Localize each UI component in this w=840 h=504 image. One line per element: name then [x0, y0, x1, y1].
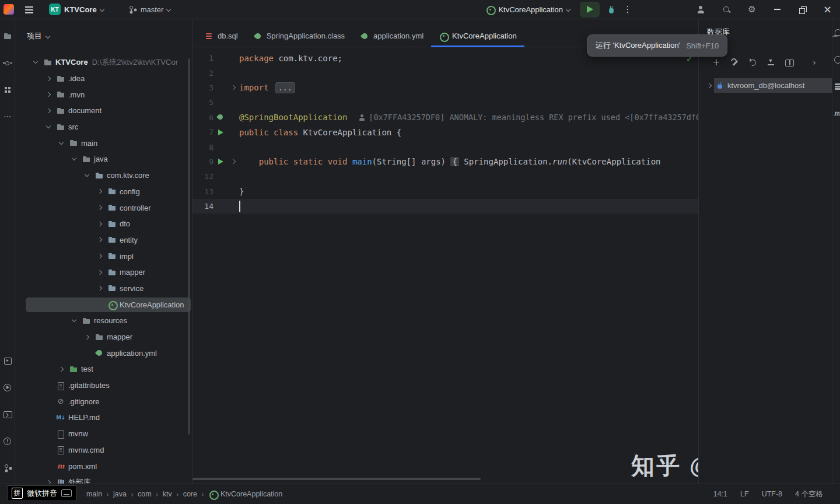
tree-item-resources[interactable]: resources	[15, 313, 192, 329]
code-line-9[interactable]: 9 public static void main(String[] args)…	[192, 155, 698, 169]
database-connection-row[interactable]: ktvroom_db@localhost	[699, 78, 832, 93]
rail-button-structure[interactable]	[0, 76, 15, 103]
refresh-icon[interactable]	[748, 58, 757, 67]
line-number[interactable]: 1	[192, 54, 214, 62]
chevron-right-icon[interactable]	[705, 81, 714, 90]
breadcrumb-KtvCoreApplication[interactable]: KtvCoreApplication	[208, 489, 282, 499]
chevron-right-icon[interactable]	[57, 365, 66, 374]
line-number[interactable]: 9	[192, 158, 214, 166]
chevron-down-icon[interactable]	[82, 171, 92, 180]
editor-horizontal-scrollbar[interactable]	[192, 478, 481, 480]
tree-item-impl[interactable]: impl	[15, 248, 192, 264]
line-number[interactable]: 2	[192, 69, 214, 78]
status-line-separator[interactable]: LF	[734, 490, 755, 498]
line-number[interactable]: 12	[192, 172, 214, 181]
code-line-6[interactable]: 6@SpringBootApplication [0x7FFA43257DF0]…	[192, 110, 698, 125]
breadcrumb-com[interactable]: com	[138, 490, 152, 498]
main-menu-icon[interactable]	[24, 5, 34, 14]
rail-button-problems[interactable]	[0, 428, 15, 454]
tree-item-.gitattributes[interactable]: .gitattributes	[15, 377, 192, 394]
rail-button-more[interactable]: ⋯	[0, 103, 15, 130]
code-line-3[interactable]: 3import ...	[192, 80, 698, 95]
vcs-widget[interactable]: master	[124, 2, 175, 17]
chevron-right-icon[interactable]	[44, 74, 53, 83]
tree-item-外部库[interactable]: 外部库	[15, 474, 192, 484]
tab-db.sql[interactable]: db.sql	[197, 25, 246, 47]
rail-button-services[interactable]	[0, 347, 15, 374]
code-line-14[interactable]: 14	[192, 199, 698, 214]
chevron-right-icon[interactable]	[44, 106, 53, 116]
code-line-8[interactable]: 8	[192, 139, 698, 154]
code-line-12[interactable]: 12	[192, 169, 698, 184]
run-gutter-icon[interactable]	[214, 130, 228, 135]
breadcrumb-ktv[interactable]: ktv	[163, 490, 172, 498]
database-connection[interactable]: ktvroom_db@localhost	[714, 78, 832, 93]
tree-item-.mvn[interactable]: .mvn	[15, 86, 192, 103]
tree-item-main[interactable]: main	[15, 135, 192, 151]
right-rail-button-database[interactable]	[832, 73, 840, 100]
chevron-right-icon[interactable]	[44, 478, 53, 484]
chevron-right-icon[interactable]	[95, 268, 104, 277]
code-area[interactable]: 1package com.ktv.core;23import ...56@Spr…	[192, 47, 698, 484]
add-icon[interactable]: +	[712, 58, 721, 67]
right-rail-button-ai-assistant[interactable]	[832, 46, 840, 73]
more-actions-icon[interactable]: ⋮	[623, 4, 632, 15]
minimize-button[interactable]	[765, 0, 790, 19]
tab-KtvCoreApplication[interactable]: KtvCoreApplication	[431, 25, 524, 47]
keyboard-icon[interactable]	[61, 489, 72, 497]
rail-button-run[interactable]	[0, 374, 15, 401]
chevron-right-icon[interactable]	[95, 219, 104, 229]
rail-button-version-control[interactable]	[0, 454, 15, 481]
right-rail-button-notifications-bell[interactable]	[832, 19, 840, 46]
debug-button[interactable]	[607, 5, 616, 14]
code-line-2[interactable]: 2	[192, 65, 698, 80]
fold-region[interactable]	[228, 160, 239, 163]
tree-item-mapper[interactable]: mapper	[15, 264, 192, 281]
ime-widget[interactable]: 拼 微软拼音	[7, 485, 76, 501]
code-line-7[interactable]: 7public class KtvCoreApplication {	[192, 125, 698, 139]
line-number[interactable]: 8	[192, 143, 214, 152]
tree-item-test[interactable]: test	[15, 361, 192, 377]
chevron-down-icon[interactable]	[69, 155, 79, 164]
bean-gutter-icon[interactable]	[214, 114, 228, 121]
settings-button[interactable]: ⚙	[739, 0, 765, 19]
submit-icon[interactable]	[766, 58, 775, 67]
rail-button-project[interactable]	[0, 23, 15, 50]
run-button[interactable]	[580, 2, 600, 18]
tree-item-controller[interactable]: controller	[15, 200, 192, 216]
chevron-right-icon[interactable]	[95, 235, 104, 244]
chevron-down-icon[interactable]	[57, 138, 66, 148]
line-number[interactable]: 14	[192, 202, 214, 211]
status-encoding[interactable]: UTF-8	[755, 490, 789, 498]
data-source-properties-icon[interactable]	[730, 58, 739, 67]
tree-item-java[interactable]: java	[15, 151, 192, 167]
restore-button[interactable]	[790, 0, 815, 19]
chevron-right-icon[interactable]	[95, 203, 104, 212]
code-line-13[interactable]: 13}	[192, 184, 698, 199]
project-panel-header[interactable]: 项目	[15, 26, 192, 46]
tree-item-com.ktv.core[interactable]: com.ktv.core	[15, 167, 192, 184]
rail-button-terminal[interactable]	[0, 401, 15, 428]
tree-item-KTVCore[interactable]: KTVCoreD:\系统2\ktv2\ktv\KTVCor	[15, 54, 192, 71]
status-caret-position[interactable]: 14:1	[707, 490, 734, 498]
chevron-down-icon[interactable]	[31, 58, 40, 67]
breadcrumb-main[interactable]: main	[86, 490, 102, 498]
chevron-down-icon[interactable]	[69, 316, 79, 326]
tree-item-config[interactable]: config	[15, 184, 192, 200]
tree-item-KtvCoreApplication[interactable]: KtvCoreApplication	[15, 296, 192, 313]
tree-item-src[interactable]: src	[15, 119, 192, 135]
code-with-me-button[interactable]	[688, 0, 713, 19]
chevron-right-icon[interactable]	[95, 187, 104, 196]
tree-item-document[interactable]: document	[15, 103, 192, 119]
line-number[interactable]: 5	[192, 98, 214, 107]
tree-item-dto[interactable]: dto	[15, 216, 192, 232]
breadcrumb-java[interactable]: java	[113, 490, 127, 498]
fold-region[interactable]	[228, 86, 239, 89]
tree-item-mvnw.cmd[interactable]: mvnw.cmd	[15, 442, 192, 459]
chevron-right-icon[interactable]	[82, 332, 92, 342]
line-number[interactable]: 3	[192, 83, 214, 92]
right-rail-button-maven[interactable]: m	[832, 100, 840, 127]
tree-item-mapper[interactable]: mapper	[15, 329, 192, 345]
tab-application.yml[interactable]: application.yml	[352, 25, 431, 47]
run-config-widget[interactable]: KtvCoreApplication	[482, 2, 574, 17]
